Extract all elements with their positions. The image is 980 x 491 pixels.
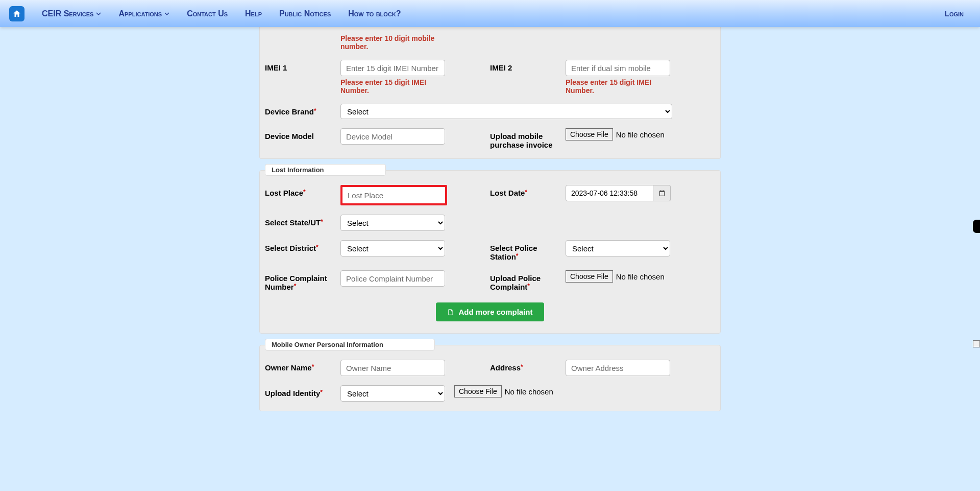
top-navbar: CEIR Services Applications Contact Us He… (0, 0, 980, 27)
state-label: Select State/UT* (265, 215, 340, 231)
identity-file-status: No file chosen (505, 387, 553, 396)
lost-date-input[interactable] (566, 185, 653, 201)
invoice-choose-file-button[interactable]: Choose File (566, 128, 613, 141)
owner-info-legend: Mobile Owner Personal Information (265, 339, 435, 350)
nav-public-notices[interactable]: Public Notices (279, 9, 331, 18)
nav-ceir-services[interactable]: CEIR Services (42, 9, 101, 18)
identity-choose-file-button[interactable]: Choose File (454, 385, 502, 398)
complaint-file-status: No file chosen (616, 272, 665, 281)
form-area: Please enter 10 digit mobile number. IME… (259, 27, 721, 491)
imei1-error: Please enter 15 digit IMEI Number. (340, 78, 445, 95)
nav-how-to-block[interactable]: How to block? (348, 9, 401, 18)
calendar-icon[interactable] (653, 185, 671, 201)
lost-info-fieldset: Lost Information Lost Place* Lost Date* (259, 170, 721, 334)
mobile-number-error: Please enter 10 digit mobile number. (340, 34, 445, 51)
side-widget[interactable] (973, 340, 980, 347)
nav-contact-us[interactable]: Contact Us (187, 9, 228, 18)
add-more-complaint-button[interactable]: Add more complaint (436, 302, 544, 321)
upload-complaint-label: Upload Police Complaint* (490, 270, 566, 291)
state-select[interactable]: Select (340, 215, 445, 231)
chevron-down-icon (96, 9, 101, 18)
upload-identity-label: Upload Identity* (265, 385, 340, 402)
complaint-choose-file-button[interactable]: Choose File (566, 270, 613, 283)
device-model-label: Device Model (265, 128, 340, 149)
identity-type-select[interactable]: Select (340, 385, 445, 402)
spacer (265, 32, 340, 51)
add-more-complaint-label: Add more complaint (458, 308, 532, 316)
owner-address-input[interactable] (566, 360, 670, 376)
lost-place-label: Lost Place* (265, 185, 340, 205)
device-info-fieldset: Please enter 10 digit mobile number. IME… (259, 27, 721, 159)
upload-invoice-label: Upload mobile purchase invoice (490, 128, 566, 149)
lost-place-input[interactable] (340, 185, 447, 205)
page-background: Please enter 10 digit mobile number. IME… (0, 27, 980, 491)
nav-applications[interactable]: Applications (118, 9, 169, 18)
imei2-error: Please enter 15 digit IMEI Number. (566, 78, 670, 95)
lost-date-label: Lost Date* (490, 185, 566, 205)
chevron-down-icon (164, 9, 169, 18)
file-icon (447, 309, 454, 316)
imei2-label: IMEI 2 (490, 60, 566, 95)
police-station-label: Select Police Station* (490, 240, 566, 261)
login-link[interactable]: Login (945, 9, 964, 18)
owner-address-label: Address* (490, 360, 566, 376)
district-select[interactable]: Select (340, 240, 445, 256)
nav-items: CEIR Services Applications Contact Us He… (42, 9, 945, 18)
nav-ceir-services-label: CEIR Services (42, 9, 93, 18)
device-model-input[interactable] (340, 128, 445, 145)
police-station-select[interactable]: Select (566, 240, 670, 256)
owner-name-input[interactable] (340, 360, 445, 376)
invoice-file-status: No file chosen (616, 130, 665, 139)
side-handle[interactable] (973, 220, 980, 233)
imei1-label: IMEI 1 (265, 60, 340, 95)
complaint-number-label: Police Complaint Number* (265, 270, 340, 291)
district-label: Select District* (265, 240, 340, 261)
owner-name-label: Owner Name* (265, 360, 340, 376)
home-icon (12, 9, 21, 18)
device-brand-label: Device Brand* (265, 104, 340, 119)
home-button[interactable] (9, 6, 24, 21)
device-brand-select[interactable]: Select (340, 104, 672, 119)
nav-applications-label: Applications (118, 9, 162, 18)
lost-info-legend: Lost Information (265, 164, 386, 176)
complaint-number-input[interactable] (340, 270, 445, 287)
imei1-input[interactable] (340, 60, 445, 76)
owner-info-fieldset: Mobile Owner Personal Information Owner … (259, 345, 721, 411)
imei2-input[interactable] (566, 60, 670, 76)
nav-help[interactable]: Help (245, 9, 262, 18)
